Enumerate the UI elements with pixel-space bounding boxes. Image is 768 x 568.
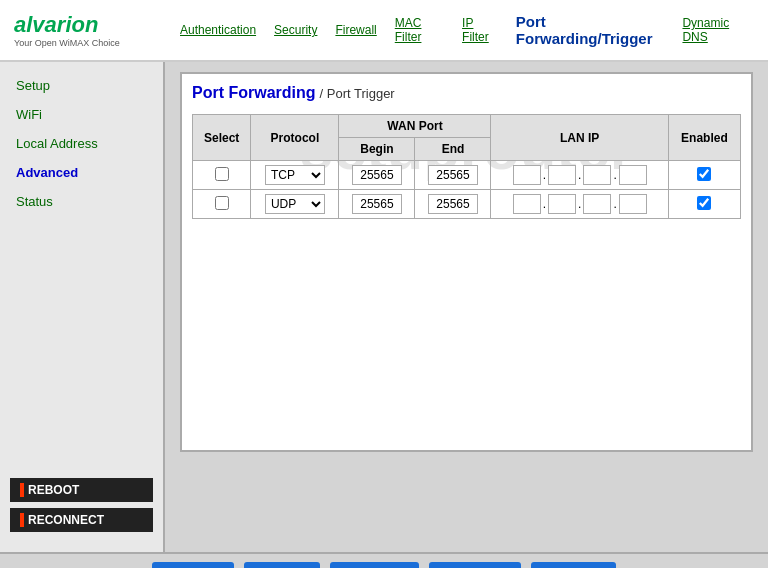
ip-dot: . xyxy=(543,197,546,211)
nav-firewall[interactable]: Firewall xyxy=(335,23,376,37)
col-wan-port: WAN Port xyxy=(339,115,491,138)
protocol-select[interactable]: TCPUDPBoth xyxy=(265,165,325,185)
col-wan-end: End xyxy=(415,138,491,161)
sidebar-item-local-address[interactable]: Local Address xyxy=(0,130,163,157)
logo-area: alvarion Your Open WiMAX Choice xyxy=(10,8,170,52)
undo-button[interactable]: Undo xyxy=(330,562,419,568)
table-body: TCPUDPBoth...TCPUDPBoth... xyxy=(193,161,741,219)
col-enabled: Enabled xyxy=(668,115,740,161)
del-button[interactable]: Del xyxy=(244,562,320,568)
ip-dot: . xyxy=(543,168,546,182)
wan-end-input[interactable] xyxy=(428,165,478,185)
main-content: setuprouter Port Forwarding / Port Trigg… xyxy=(165,62,768,552)
nav-dynamic-dns[interactable]: Dynamic DNS xyxy=(682,16,748,44)
add-button[interactable]: Add xyxy=(152,562,233,568)
nav-port-forwarding[interactable]: Port Forwarding/Trigger xyxy=(516,13,665,47)
page-title-sub: / Port Trigger xyxy=(320,86,395,101)
lan-ip-octet[interactable] xyxy=(513,194,541,214)
help-button[interactable]: Help xyxy=(531,562,615,568)
col-wan-begin: Begin xyxy=(339,138,415,161)
lan-ip-octet[interactable] xyxy=(548,165,576,185)
table-row: TCPUDPBoth... xyxy=(193,161,741,190)
enabled-checkbox[interactable] xyxy=(697,196,711,210)
nav-authentication[interactable]: Authentication xyxy=(180,23,256,37)
wan-begin-input[interactable] xyxy=(352,194,402,214)
page-title-main: Port Forwarding xyxy=(192,84,316,102)
sidebar-item-wifi[interactable]: WiFi xyxy=(0,101,163,128)
nav-ip-filter[interactable]: IP Filter xyxy=(462,16,498,44)
lan-ip-octet[interactable] xyxy=(619,194,647,214)
lan-ip-octet[interactable] xyxy=(619,165,647,185)
content-box: setuprouter Port Forwarding / Port Trigg… xyxy=(180,72,753,452)
logo-alvarion: alvarion xyxy=(14,12,166,38)
sidebar-bottom: REBOOT RECONNECT xyxy=(0,468,163,542)
footer: Add Del Undo Apply Help xyxy=(0,552,768,568)
row-select-checkbox[interactable] xyxy=(215,167,229,181)
apply-button[interactable]: Apply xyxy=(429,562,521,568)
ip-dot: . xyxy=(613,197,616,211)
sidebar-item-status[interactable]: Status xyxy=(0,188,163,215)
lan-ip-cell: ... xyxy=(497,165,661,185)
page-title-bar: Port Forwarding / Port Trigger xyxy=(192,84,741,102)
sidebar: Setup WiFi Local Address Advanced Status… xyxy=(0,62,165,552)
col-protocol: Protocol xyxy=(251,115,339,161)
ip-dot: . xyxy=(578,197,581,211)
lan-ip-octet[interactable] xyxy=(583,194,611,214)
col-select: Select xyxy=(193,115,251,161)
logo-tagline: Your Open WiMAX Choice xyxy=(14,38,166,48)
wan-begin-input[interactable] xyxy=(352,165,402,185)
enabled-checkbox[interactable] xyxy=(697,167,711,181)
lan-ip-cell: ... xyxy=(497,194,661,214)
layout: Setup WiFi Local Address Advanced Status… xyxy=(0,62,768,552)
lan-ip-octet[interactable] xyxy=(513,165,541,185)
protocol-select[interactable]: TCPUDPBoth xyxy=(265,194,325,214)
top-nav: Authentication Security Firewall MAC Fil… xyxy=(170,13,758,47)
sidebar-item-advanced[interactable]: Advanced xyxy=(0,159,163,186)
reconnect-button[interactable]: RECONNECT xyxy=(10,508,153,532)
nav-mac-filter[interactable]: MAC Filter xyxy=(395,16,444,44)
lan-ip-octet[interactable] xyxy=(583,165,611,185)
wan-end-input[interactable] xyxy=(428,194,478,214)
table-row: TCPUDPBoth... xyxy=(193,190,741,219)
logo-box: alvarion Your Open WiMAX Choice xyxy=(10,8,170,52)
row-select-checkbox[interactable] xyxy=(215,196,229,210)
lan-ip-octet[interactable] xyxy=(548,194,576,214)
reboot-button[interactable]: REBOOT xyxy=(10,478,153,502)
port-forwarding-table: Select Protocol WAN Port LAN IP Enabled … xyxy=(192,114,741,219)
ip-dot: . xyxy=(613,168,616,182)
col-lan-ip: LAN IP xyxy=(491,115,668,161)
header: alvarion Your Open WiMAX Choice Authenti… xyxy=(0,0,768,62)
ip-dot: . xyxy=(578,168,581,182)
sidebar-item-setup[interactable]: Setup xyxy=(0,72,163,99)
nav-security[interactable]: Security xyxy=(274,23,317,37)
